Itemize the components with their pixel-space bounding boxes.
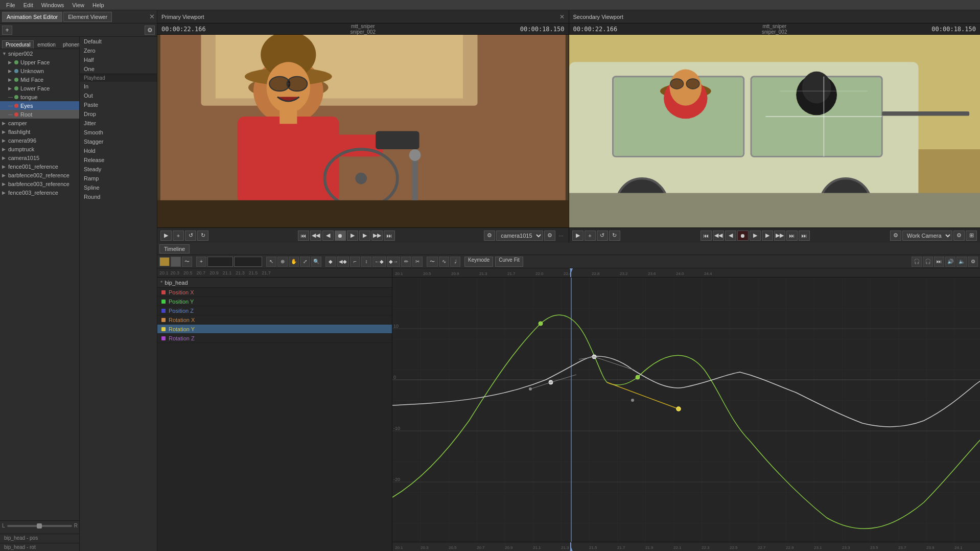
sub-tab-emotion[interactable]: emotion [34,40,59,49]
interp-smooth[interactable]: Smooth [80,128,157,137]
track-row-pos-y[interactable]: Position Y [157,297,392,306]
tree-item-fence003[interactable]: ▶ fence003_reference [0,188,79,197]
tl-key-btn5[interactable]: ←◆ [372,257,386,267]
vp-cam-settings[interactable]: ⚙ [544,231,555,241]
tl-key-btn4[interactable]: ↕ [361,257,371,267]
tl-wave-btn[interactable]: 〜 [182,257,192,267]
interp-release[interactable]: Release [80,155,157,165]
value-input[interactable]: -0.21 [234,257,262,267]
tl-vol1[interactable]: 🔊 [945,257,955,267]
vp-settings-button[interactable]: ⚙ [484,231,495,241]
tree-item-tongue[interactable]: — tongue [0,93,79,101]
interp-stagger[interactable]: Stagger [80,137,157,146]
tab-animation-set-editor[interactable]: Animation Set Editor [2,12,62,22]
menu-view[interactable]: View [68,1,88,9]
track-row-rot-y[interactable]: Rotation Y [157,325,392,334]
tree-item-unknown[interactable]: ▶ Unknown [0,66,79,75]
tl-pan-btn[interactable]: ✋ [289,257,299,267]
vp-prev-button[interactable]: ⏮ [298,231,309,241]
menu-edit[interactable]: Edit [19,1,37,9]
tl-skip-end[interactable]: ⏭ [934,257,944,267]
tl-transform-btn[interactable]: ⊕ [277,257,288,267]
curve-editor[interactable]: 20.1 20.5 20.9 21.3 21.7 22.0 22.4 22.8 … [392,268,980,551]
tl-select-btn[interactable]: ↖ [266,257,276,267]
tl-add-key-btn[interactable]: + [196,257,206,267]
sv-fwd-button[interactable]: ▶▶ [774,231,785,241]
tl-wave2-btn[interactable]: ∿ [439,257,449,267]
interp-round[interactable]: Round [80,192,157,201]
tl-key-btn3[interactable]: ⌐ [350,257,360,267]
sv-frame-back-button[interactable]: ◀ [725,231,736,241]
secondary-viewport-image[interactable] [569,35,981,227]
sv-next-button[interactable]: ⏭ [786,231,798,241]
interp-paste[interactable]: Paste [80,100,157,109]
interp-steady[interactable]: Steady [80,165,157,174]
track-row-pos-z[interactable]: Position Z [157,306,392,315]
tl-key-btn6[interactable]: ◆→ [387,257,400,267]
primary-viewport-close[interactable]: ✕ [559,13,565,20]
tree-item-mid-face[interactable]: ▶ Mid Face [0,75,79,84]
tl-extra[interactable]: ⚙ [968,257,978,267]
interp-half[interactable]: Half [80,55,157,64]
sv-record-button[interactable]: ⏺ [737,231,749,241]
primary-viewport-image[interactable] [157,35,569,227]
tl-curve-btn[interactable]: 〜 [427,257,438,267]
vp-add-button[interactable]: + [173,231,184,241]
menu-file[interactable]: File [2,1,19,9]
tree-item-camera996[interactable]: ▶ camera996 [0,136,79,145]
tree-item-camper[interactable]: ▶ camper [0,119,79,127]
interp-zero[interactable]: Zero [80,46,157,55]
interp-hold[interactable]: Hold [80,146,157,155]
sv-next2-button[interactable]: ⏭ [799,231,810,241]
interp-ramp[interactable]: Ramp [80,174,157,183]
menu-windows[interactable]: Windows [37,1,68,9]
tl-headphone2[interactable]: 🎧 [923,257,933,267]
track-row-pos-x[interactable]: Position X [157,288,392,297]
interp-in[interactable]: In [80,82,157,91]
vp-redo-button[interactable]: ↻ [197,231,208,241]
timeline-tab[interactable]: Timeline [159,244,190,254]
interp-jitter[interactable]: Jitter [80,119,157,128]
tl-search-btn[interactable]: 🔍 [311,257,321,267]
tree-item-lower-face[interactable]: ▶ Lower Face [0,84,79,93]
tree-item-barbfence002[interactable]: ▶ barbfence002_reference [0,171,79,179]
tl-color-btn[interactable] [159,257,170,266]
tl-key-btn2[interactable]: ◀◆ [337,257,349,267]
track-row-rot-x[interactable]: Rotation X [157,315,392,325]
keymode-button[interactable]: Keymode [464,257,493,267]
tl-zoom-btn[interactable]: ⤢ [300,257,310,267]
tl-edit-btn[interactable]: ✂ [412,257,423,267]
vp-play-button[interactable]: ▶ [160,231,172,241]
tl-headphone1[interactable]: 🎧 [912,257,922,267]
vp-record-button[interactable]: ⏺ [335,231,346,241]
slider-track[interactable] [7,525,72,527]
interp-drop[interactable]: Drop [80,109,157,119]
sv-undo-button[interactable]: ↺ [597,231,608,241]
tree-item-fence001[interactable]: ▶ fence001_reference [0,162,79,171]
vp-frame-fwd-button[interactable]: ▶ [359,231,370,241]
tree-item-root[interactable]: — Root [0,110,79,119]
sv-camera-select[interactable]: Work Camera [902,231,952,241]
tree-item-dumptruck[interactable]: ▶ dumptruck [0,145,79,153]
sv-back-button[interactable]: ◀◀ [713,231,724,241]
sv-play-button[interactable]: ▶ [572,231,584,241]
camera-select[interactable]: camera1015 [496,231,543,241]
sv-prev-button[interactable]: ⏮ [701,231,712,241]
vp-play2-button[interactable]: ▶ [347,231,358,241]
sv-redo-button[interactable]: ↻ [609,231,620,241]
track-row-rot-z[interactable]: Rotation Z [157,334,392,343]
menu-help[interactable]: Help [88,1,108,9]
interp-out[interactable]: Out [80,91,157,100]
vp-fwd-button[interactable]: ▶▶ [371,231,383,241]
interp-default[interactable]: Default [80,37,157,46]
vp-undo-button[interactable]: ↺ [185,231,196,241]
slider-thumb[interactable] [37,523,42,529]
tree-item-camera1015[interactable]: ▶ camera1015 [0,153,79,162]
sv-settings-button[interactable]: ⚙ [890,231,901,241]
sv-frame-fwd-button[interactable]: ▶ [762,231,773,241]
interp-spline[interactable]: Spline [80,183,157,192]
vp-next-button[interactable]: ⏭ [384,231,395,241]
interp-one[interactable]: One [80,64,157,74]
settings-button[interactable]: ⚙ [145,26,155,35]
left-panel-close[interactable]: ✕ [149,13,155,20]
